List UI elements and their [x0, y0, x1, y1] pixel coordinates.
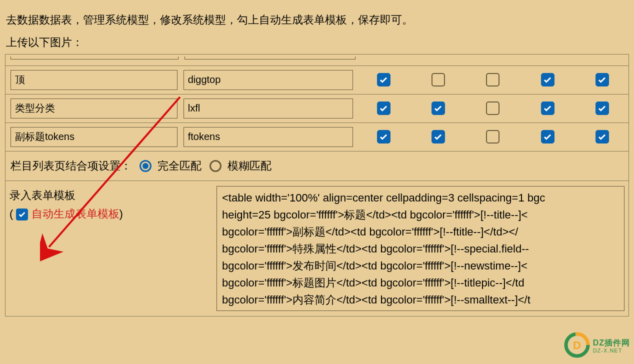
radio-exact-label: 完全匹配 — [158, 158, 202, 174]
config-panel: 栏目列表页结合项设置： 完全匹配 模糊匹配 录入表单模板 ( 自动生成表单模板) — [5, 54, 629, 316]
radio-fuzzy-label: 模糊匹配 — [228, 158, 272, 174]
name-input[interactable] — [10, 70, 178, 90]
checkbox[interactable] — [432, 73, 445, 86]
watermark-logo-icon: D — [563, 331, 591, 359]
table-row — [6, 54, 628, 66]
checkbox[interactable] — [541, 130, 554, 144]
checkbox[interactable] — [486, 73, 500, 86]
template-title: 录入表单模板 — [10, 189, 76, 202]
template-section: 录入表单模板 ( 自动生成表单模板) — [6, 181, 628, 316]
checkbox[interactable] — [377, 130, 390, 144]
checkbox[interactable] — [596, 73, 609, 86]
template-textarea[interactable] — [216, 186, 624, 311]
table-row — [6, 94, 628, 123]
paren-open: ( — [10, 208, 16, 220]
auto-generate-checkbox[interactable] — [16, 208, 28, 220]
radio-exact[interactable] — [140, 160, 152, 172]
checkbox[interactable] — [432, 102, 445, 115]
checkbox[interactable] — [596, 130, 609, 144]
svg-text:D: D — [573, 339, 581, 352]
name-input[interactable] — [10, 98, 178, 118]
match-setting-label: 栏目列表页结合项设置： — [10, 158, 132, 174]
checkbox[interactable] — [377, 73, 390, 86]
table-row — [6, 123, 628, 152]
watermark: D DZ插件网 DZ-X.NET — [563, 331, 630, 359]
watermark-brand: DZ插件网 — [593, 338, 630, 347]
checkbox[interactable] — [432, 130, 445, 144]
upload-label: 上传以下图片： — [0, 35, 634, 54]
field-input[interactable] — [184, 70, 354, 90]
name-input[interactable] — [10, 127, 178, 147]
watermark-sub: DZ-X.NET — [593, 348, 630, 354]
instruction-text: 去数据数据表，管理系统模型，修改系统模型，勾上自动生成表单模板，保存即可。 — [0, 0, 634, 35]
paren-close: ) — [120, 208, 123, 220]
field-input[interactable] — [184, 127, 354, 147]
checkbox[interactable] — [486, 130, 500, 144]
radio-fuzzy[interactable] — [210, 160, 222, 172]
match-setting-row: 栏目列表页结合项设置： 完全匹配 模糊匹配 — [6, 152, 628, 181]
auto-generate-label: 自动生成表单模板 — [32, 208, 120, 220]
checkbox[interactable] — [377, 102, 390, 115]
checkbox[interactable] — [541, 73, 554, 86]
checkbox[interactable] — [541, 102, 554, 115]
checkbox[interactable] — [596, 102, 609, 115]
field-input[interactable] — [184, 98, 354, 118]
table-row — [6, 66, 628, 94]
checkbox[interactable] — [486, 102, 500, 115]
